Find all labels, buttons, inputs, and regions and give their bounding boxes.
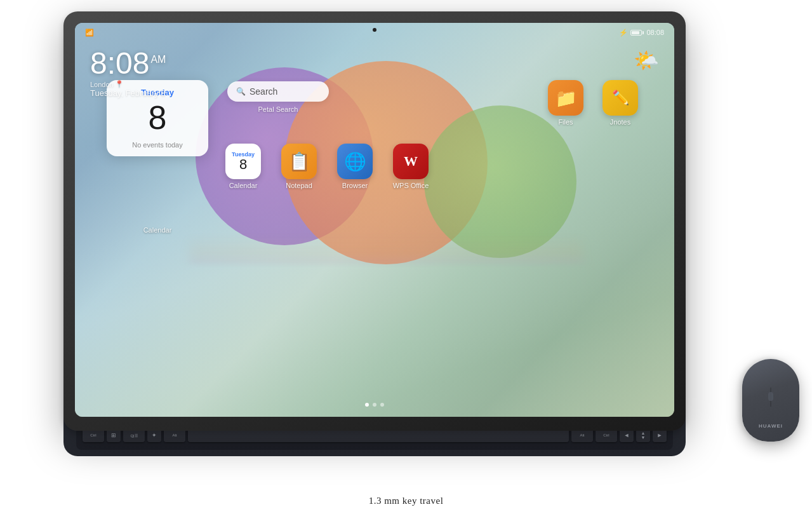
- mouse-body: HUAWEI: [742, 359, 799, 442]
- tablet-assembly: esc 1 2 3 4 5 6 7 8 9 0 - = ⌫ Tab: [63, 11, 711, 456]
- app-label-jnotes: Jnotes: [610, 118, 630, 126]
- battery-icon: [630, 30, 644, 36]
- apps-right-row-top: 📁 Files ✏️ Jnotes: [543, 80, 642, 126]
- screen-time: 8:08AM: [90, 48, 166, 79]
- camera-dot: [373, 28, 376, 32]
- app-container-jnotes[interactable]: ✏️ Jnotes: [598, 80, 642, 126]
- browser-icon: 🌐: [344, 151, 366, 172]
- app-label-files: Files: [558, 118, 573, 126]
- mouse-scroll-wheel[interactable]: [768, 392, 773, 401]
- page-dots: [365, 403, 384, 407]
- app-container-browser[interactable]: 🌐 Browser: [333, 144, 377, 189]
- wps-icon: W: [404, 153, 418, 170]
- weather-icon: 🌤️: [634, 48, 659, 72]
- circles-reflection: [189, 234, 583, 264]
- search-label: Petal Search: [258, 105, 298, 113]
- date-text: Tuesday, February 8: [90, 88, 166, 98]
- app-label-calendar: Calendar: [229, 182, 258, 189]
- status-left: 📶: [85, 29, 94, 37]
- status-right: ⚡ 08:08: [619, 29, 664, 37]
- calendar-widget-label: Calendar: [107, 226, 208, 234]
- mouse-brand-label: HUAWEI: [759, 423, 783, 429]
- location-label: London 📍: [90, 80, 166, 88]
- notepad-icon: 📋: [288, 151, 310, 172]
- jnotes-icon: ✏️: [612, 90, 629, 106]
- app-icon-wps[interactable]: W: [393, 144, 429, 179]
- status-bar: 📶 ⚡ 08:08: [75, 23, 674, 42]
- time-suffix: AM: [150, 54, 166, 65]
- apps-row: Tuesday 8 Calendar 📋 Notepad: [221, 144, 433, 189]
- screen-date: London 📍 Tuesday, February 8: [90, 80, 166, 98]
- app-icon-calendar[interactable]: Tuesday 8: [225, 144, 261, 179]
- screen-clock: 8:08AM London 📍 Tuesday, February 8: [90, 48, 166, 98]
- weather-emoji: 🌤️: [634, 49, 659, 72]
- search-icon: 🔍: [236, 87, 246, 96]
- tablet-screen[interactable]: 📶 ⚡ 08:08: [75, 23, 674, 417]
- location-text: London: [90, 81, 114, 88]
- search-bar[interactable]: 🔍 Search: [227, 81, 329, 102]
- app-icon-browser[interactable]: 🌐: [337, 144, 373, 179]
- app-icon-files[interactable]: 📁: [548, 80, 583, 116]
- apps-right: 📁 Files ✏️ Jnotes: [543, 80, 642, 126]
- search-widget[interactable]: 🔍 Search Petal Search: [227, 81, 329, 113]
- tablet-body: 📶 ⚡ 08:08: [63, 11, 686, 431]
- search-text: Search: [250, 86, 277, 97]
- app-icon-notepad[interactable]: 📋: [281, 144, 317, 179]
- wifi-icon: 📶: [85, 29, 94, 37]
- bluetooth-icon: ⚡: [619, 29, 628, 37]
- calendar-no-events: No events today: [114, 141, 201, 149]
- location-pin-icon: 📍: [115, 80, 124, 88]
- app-label-notepad: Notepad: [286, 182, 312, 189]
- app-container-files[interactable]: 📁 Files: [543, 80, 588, 126]
- app-icon-jnotes[interactable]: ✏️: [602, 80, 638, 116]
- scene: esc 1 2 3 4 5 6 7 8 9 0 - = ⌫ Tab: [0, 0, 812, 514]
- time-digits: 8:08: [90, 46, 149, 80]
- files-icon: 📁: [555, 88, 577, 109]
- calendar-date-number: 8: [114, 100, 201, 136]
- caption-text: 1.3 mm key travel: [369, 496, 444, 506]
- app-label-wps: WPS Office: [393, 182, 429, 189]
- page-dot-3[interactable]: [380, 403, 384, 407]
- mini-num: 8: [239, 158, 247, 172]
- app-container-notepad[interactable]: 📋 Notepad: [277, 144, 321, 189]
- mouse: HUAWEI: [742, 359, 799, 442]
- app-label-browser: Browser: [342, 182, 368, 189]
- page-dot-2[interactable]: [373, 403, 376, 407]
- status-time: 08:08: [646, 29, 664, 36]
- page-dot-1[interactable]: [365, 403, 369, 407]
- app-container-wps[interactable]: W WPS Office: [389, 144, 433, 189]
- app-container-calendar[interactable]: Tuesday 8 Calendar: [221, 144, 265, 189]
